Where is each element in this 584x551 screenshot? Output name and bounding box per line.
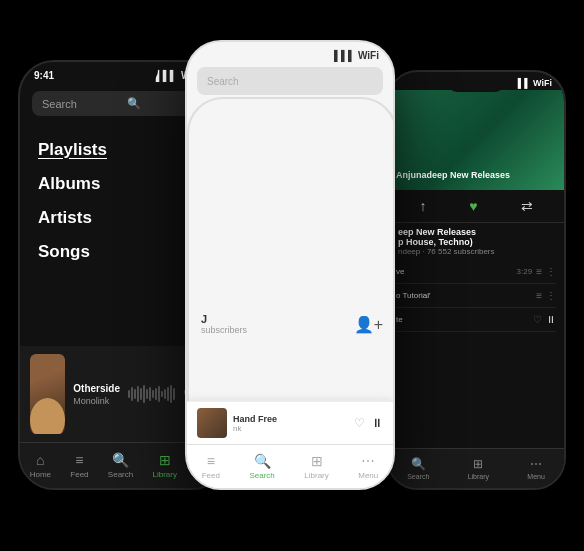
tab-search[interactable]: 🔍 Search xyxy=(108,452,133,479)
right-tab-search[interactable]: 🔍 Search xyxy=(407,457,429,480)
nav-item-albums[interactable]: Albums xyxy=(38,174,208,194)
user-label: J xyxy=(201,313,247,325)
right-menu-icon: ⋯ xyxy=(530,457,542,471)
shuffle-icon[interactable]: ⇄ xyxy=(521,198,533,214)
mid-heart-icon[interactable]: ♡ xyxy=(354,416,365,430)
search-placeholder: Search xyxy=(42,98,119,110)
playlist-actions: ↑ ♥ ⇄ xyxy=(388,190,564,223)
right-track-list-icon-0: ≡ xyxy=(536,266,542,277)
mid-tab-feed[interactable]: ≡ Feed xyxy=(202,453,220,480)
mid-np-artist: nk xyxy=(233,424,348,433)
left-notch xyxy=(88,62,158,84)
now-playing-title: Otherside xyxy=(73,383,120,394)
mid-menu-icon: ⋯ xyxy=(361,453,375,469)
right-notch xyxy=(446,72,506,92)
now-playing-artwork xyxy=(30,354,65,434)
right-search-icon: 🔍 xyxy=(411,457,426,471)
mid-np-title: Hand Free xyxy=(233,414,348,424)
right-tab-library[interactable]: ⊞ Library xyxy=(468,457,489,480)
now-playing-artist: Monolink xyxy=(73,396,120,406)
mid-notch xyxy=(255,42,325,64)
playlist-sub: ndeep · 76 552 subscribers xyxy=(398,247,554,256)
mid-tab-bar: ≡ Feed 🔍 Search ⊞ Library ⋯ Menu xyxy=(187,444,393,488)
playlist-title: eep New Releasesp House, Techno) xyxy=(398,227,554,247)
mid-tab-menu[interactable]: ⋯ Menu xyxy=(358,453,378,480)
mid-search-placeholder: Search xyxy=(207,76,373,87)
mid-status-icons: ▌▌▌ WiFi xyxy=(334,50,379,61)
right-track-row-2[interactable]: te ♡ ⏸ xyxy=(396,308,556,332)
mid-library-icon: ⊞ xyxy=(311,453,323,469)
right-track-row-1[interactable]: o Tutorial' ≡ ⋮ xyxy=(396,284,556,308)
nav-item-artists[interactable]: Artists xyxy=(38,208,208,228)
mid-search-icon: 🔍 xyxy=(254,453,271,469)
library-icon: ⊞ xyxy=(159,452,171,468)
right-track-list-icon-1: ≡ xyxy=(536,290,542,301)
nav-item-songs[interactable]: Songs xyxy=(38,242,208,262)
left-time: 9:41 xyxy=(34,70,54,81)
right-track-row-0[interactable]: ve 3:29 ≡ ⋮ xyxy=(396,260,556,284)
mid-search-bar[interactable]: Search xyxy=(197,67,383,95)
add-user-icon[interactable]: 👤+ xyxy=(354,315,383,334)
right-pause-icon[interactable]: ⏸ xyxy=(546,314,556,325)
home-icon: ⌂ xyxy=(36,452,44,468)
search-tab-icon: 🔍 xyxy=(112,452,129,468)
right-track-more-icon-1[interactable]: ⋮ xyxy=(546,290,556,301)
mid-pause-icon[interactable]: ⏸ xyxy=(371,416,383,430)
right-phone: ▌▌ WiFi Anjunadeep New Releases ↑ ♥ ⇄ ee… xyxy=(386,70,566,490)
mid-feed-icon: ≡ xyxy=(207,453,215,469)
mid-tab-search[interactable]: 🔍 Search xyxy=(249,453,274,480)
tab-library[interactable]: ⊞ Library xyxy=(153,452,177,479)
share-icon[interactable]: ↑ xyxy=(419,198,426,214)
avatar-head xyxy=(30,398,65,434)
waveform xyxy=(128,384,175,404)
tab-feed[interactable]: ≡ Feed xyxy=(70,452,88,479)
mid-phone: ▌▌▌ WiFi Search J subscribers 👤+ Wave xyxy=(185,40,395,490)
avatar xyxy=(30,354,65,434)
right-tab-bar: 🔍 Search ⊞ Library ⋯ Menu xyxy=(388,448,564,488)
user-sub: subscribers xyxy=(201,325,247,335)
signal-icon: ▌▌▌ xyxy=(156,70,177,81)
right-tab-menu[interactable]: ⋯ Menu xyxy=(527,457,545,480)
right-track-more-icon-0[interactable]: ⋮ xyxy=(546,266,556,277)
mid-wifi-icon: WiFi xyxy=(358,50,379,61)
mid-tab-library[interactable]: ⊞ Library xyxy=(304,453,328,480)
right-library-icon: ⊞ xyxy=(473,457,483,471)
mid-now-playing[interactable]: Hand Free nk ♡ ⏸ xyxy=(187,401,393,444)
user-info: J subscribers xyxy=(201,313,247,335)
playlist-header: Anjunadeep New Releases xyxy=(388,90,564,190)
tab-home[interactable]: ⌂ Home xyxy=(30,452,51,479)
heart-icon-right[interactable]: ♥ xyxy=(469,198,477,214)
playlist-info: eep New Releasesp House, Techno) ndeep ·… xyxy=(388,223,564,260)
playlist-header-text: Anjunadeep New Releases xyxy=(396,170,510,182)
track-list-right: ve 3:29 ≡ ⋮ o Tutorial' ≡ ⋮ te ♡ ⏸ xyxy=(388,260,564,332)
nav-item-playlists[interactable]: Playlists xyxy=(38,140,208,160)
right-signal: ▌▌ WiFi xyxy=(518,78,552,88)
right-heart-icon[interactable]: ♡ xyxy=(533,314,542,325)
mid-np-info: Hand Free nk xyxy=(233,414,348,433)
mid-np-art xyxy=(197,408,227,438)
feed-icon: ≡ xyxy=(75,452,83,468)
mid-signal-icon: ▌▌▌ xyxy=(334,50,355,61)
